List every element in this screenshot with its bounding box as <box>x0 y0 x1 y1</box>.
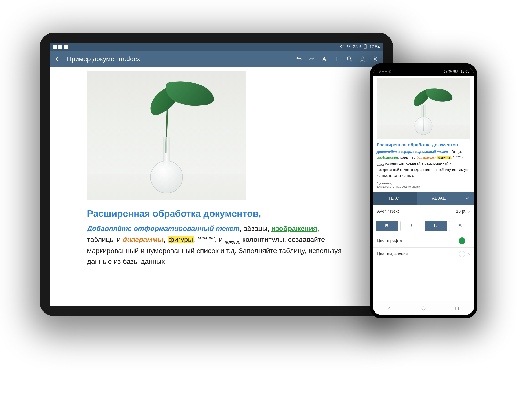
underline-button[interactable]: U <box>425 221 447 231</box>
gear-icon[interactable] <box>371 55 379 63</box>
text-segment[interactable]: колонтитулы, создавайте маркированный и … <box>377 162 468 177</box>
bold-label: B <box>385 223 388 228</box>
phone-status-bar: ⦿ ▸ ▸ ◎ ⬡ 67 % 18:05 <box>373 67 474 76</box>
chevron-right-icon: › <box>468 238 470 243</box>
formatted-blue-italic[interactable]: Добавляйте отформатированный текст <box>87 225 239 232</box>
status-indicator-icon: ▸ <box>385 69 387 73</box>
svg-point-3 <box>347 57 351 60</box>
document-image-placeholder[interactable] <box>377 78 470 139</box>
tab-text[interactable]: ТЕКСТ <box>373 192 417 205</box>
nav-recent-icon[interactable] <box>454 305 461 312</box>
notif-icon <box>58 45 62 49</box>
battery-icon <box>453 69 458 73</box>
svg-rect-8 <box>458 71 458 72</box>
formatted-subscript[interactable]: нижние <box>377 164 384 166</box>
nav-back-icon[interactable] <box>386 305 393 312</box>
formatted-superscript[interactable]: верхние <box>198 235 215 240</box>
svg-point-5 <box>374 58 376 60</box>
formatted-green-underline[interactable]: изображения <box>377 156 398 159</box>
phone-status-left: ⦿ ▸ ▸ ◎ ⬡ <box>378 69 395 73</box>
status-left-icons: ... <box>53 45 73 49</box>
font-color-row[interactable]: Цвет шрифта › <box>373 234 474 247</box>
phone-document-canvas[interactable]: Расширенная обработка документов, Добавл… <box>373 76 474 192</box>
back-icon[interactable] <box>54 55 62 63</box>
font-size-value: 18 pt <box>456 209 465 214</box>
svg-rect-10 <box>456 307 458 310</box>
tablet-device-frame: ... 23% 17:54 Пример документа.docx <box>40 33 393 316</box>
formatting-panel: ТЕКСТ АБЗАЦ Avenir Next 18 pt › B I U S <box>373 192 474 315</box>
status-time: 18:05 <box>460 69 469 73</box>
highlight-color-row[interactable]: Цвет выделения › <box>373 247 474 261</box>
italic-button[interactable]: I <box>400 221 423 231</box>
tablet-app-bar: Пример документа.docx <box>50 51 383 67</box>
font-picker-row[interactable]: Avenir Next 18 pt › <box>373 205 474 218</box>
mute-icon <box>340 44 344 50</box>
redo-icon[interactable] <box>308 55 315 63</box>
status-right-icons: 23% 17:54 <box>340 44 380 50</box>
formatted-blue-italic[interactable]: Добавляйте отформатированный текст <box>377 150 448 154</box>
status-indicator-icon: ⦿ <box>378 69 381 73</box>
bold-button[interactable]: B <box>376 221 398 231</box>
formatted-superscript[interactable]: верхние <box>453 156 461 158</box>
nav-home-icon[interactable] <box>420 305 427 312</box>
formatted-highlight[interactable]: фигуры <box>437 156 451 159</box>
formatted-subscript[interactable]: нижние <box>225 239 240 245</box>
highlight-color-label: Цвет выделения <box>377 252 408 256</box>
document-title: Пример документа.docx <box>67 55 290 63</box>
phone-nav-bar <box>373 301 474 315</box>
signature-line[interactable]: С уважением, <box>377 182 470 185</box>
status-indicator-icon: ▸ <box>382 69 384 73</box>
text-segment[interactable]: , абзацы, <box>239 225 271 232</box>
user-icon[interactable] <box>358 55 366 63</box>
phone-device-frame: ⦿ ▸ ▸ ◎ ⬡ 67 % 18:05 Расши <box>370 63 477 318</box>
tab-paragraph[interactable]: АБЗАЦ <box>417 192 461 205</box>
text-segment[interactable]: , таблицы и <box>398 156 417 159</box>
text-segment[interactable]: , <box>194 236 198 243</box>
document-heading[interactable]: Расширенная обработка документов, <box>87 208 346 219</box>
formatting-tabs: ТЕКСТ АБЗАЦ <box>373 192 474 205</box>
formatted-orange-italic[interactable]: диаграммы <box>417 156 435 159</box>
text-segment[interactable]: , и <box>215 236 225 243</box>
text-style-buttons: B I U S <box>373 218 474 234</box>
document-image-placeholder[interactable] <box>87 71 246 200</box>
highlight-color-swatch <box>459 251 465 257</box>
notif-icon <box>53 45 57 49</box>
font-color-label: Цвет шрифта <box>377 238 402 243</box>
status-indicator-icon: ◎ <box>388 69 391 73</box>
battery-percent: 23% <box>353 44 361 49</box>
formatted-orange-italic[interactable]: диаграммы <box>123 236 163 243</box>
phone-screen: ⦿ ▸ ▸ ◎ ⬡ 67 % 18:05 Расши <box>373 67 474 315</box>
text-segment[interactable]: , <box>436 156 437 159</box>
tablet-screen: ... 23% 17:54 Пример документа.docx <box>50 43 383 306</box>
battery-percent: 67 % <box>444 69 452 73</box>
strikethrough-button[interactable]: S <box>449 221 471 231</box>
tablet-status-bar: ... 23% 17:54 <box>50 43 383 51</box>
add-icon[interactable] <box>333 55 341 63</box>
undo-icon[interactable] <box>295 55 303 63</box>
text-segment[interactable]: и <box>461 156 464 159</box>
formatted-highlight[interactable]: фигуры <box>168 236 194 243</box>
battery-icon <box>364 44 367 50</box>
svg-rect-1 <box>365 44 366 45</box>
search-icon[interactable] <box>346 55 353 63</box>
notif-icon <box>64 45 68 49</box>
signature-line[interactable]: команда ONLYOFFICE Document Builder <box>377 185 470 188</box>
svg-point-4 <box>361 57 363 59</box>
chevron-right-icon: › <box>468 209 470 214</box>
collapse-panel-icon[interactable] <box>461 196 474 201</box>
font-name-value: Avenir Next <box>377 209 399 214</box>
text-segment[interactable]: , абзацы, <box>448 150 462 154</box>
formatted-green-underline[interactable]: изображения <box>271 225 317 232</box>
text-segment[interactable]: , <box>451 156 453 159</box>
document-signature[interactable]: С уважением, команда ONLYOFFICE Document… <box>377 182 470 188</box>
tablet-document-canvas[interactable]: Расширенная обработка документов, Добавл… <box>50 67 383 306</box>
document-body-text[interactable]: Добавляйте отформатированный текст, абза… <box>87 223 346 267</box>
document-heading[interactable]: Расширенная обработка документов, <box>377 142 470 148</box>
phone-status-right: 67 % 18:05 <box>444 69 469 73</box>
document-body-text[interactable]: Добавляйте отформатированный текст, абза… <box>377 149 470 179</box>
text-format-icon[interactable] <box>321 55 328 63</box>
status-time: 17:54 <box>370 44 380 49</box>
text-segment[interactable]: , <box>163 236 168 243</box>
status-indicator-icon: ⬡ <box>393 69 395 73</box>
notif-more: ... <box>70 45 73 49</box>
